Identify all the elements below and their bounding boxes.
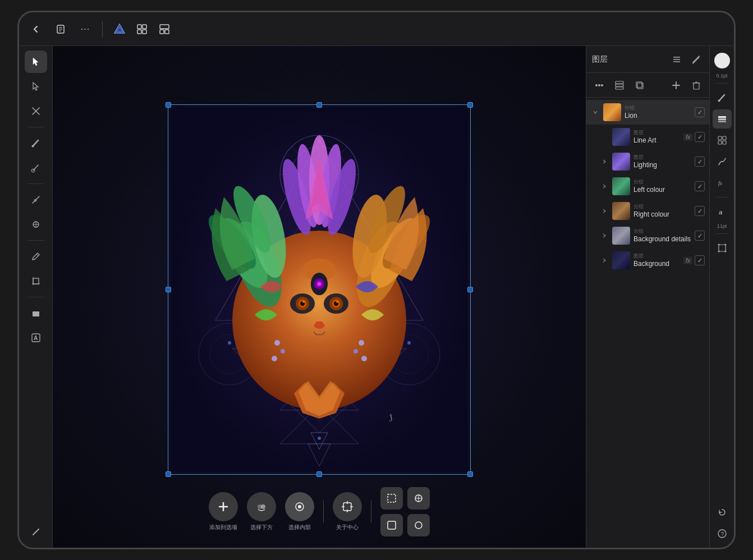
layer-item-background[interactable]: 图层 Background fx <box>586 248 709 273</box>
add-icon[interactable] <box>209 492 238 521</box>
curve-mode-btn[interactable] <box>713 152 732 171</box>
svg-point-75 <box>336 301 338 303</box>
layer-thumb-lineart <box>612 128 630 146</box>
svg-point-83 <box>274 340 280 346</box>
layer-info-right: 分组 Right colour <box>633 204 691 218</box>
shape-tool[interactable] <box>25 302 47 324</box>
layer-stack-btn[interactable] <box>611 77 628 94</box>
svg-rect-131 <box>723 141 726 144</box>
move-tool[interactable] <box>25 75 47 98</box>
layer-dots-btn[interactable] <box>591 77 608 94</box>
select-below-icon[interactable] <box>247 492 276 521</box>
svg-point-79 <box>318 282 321 286</box>
layers-mode-btn[interactable] <box>713 109 732 128</box>
layer-info-lighting: 图层 Lighting <box>633 155 691 169</box>
transform-mode-btn[interactable] <box>713 238 732 258</box>
svg-rect-12 <box>165 30 169 34</box>
layer-visible-bg[interactable] <box>695 255 705 265</box>
add-to-selection-btn[interactable]: 添加到选项 <box>209 492 238 531</box>
layer-visible-bg-details[interactable] <box>695 231 705 241</box>
more-button[interactable]: ··· <box>75 19 95 39</box>
layer-item-bg-details[interactable]: 分组 Background details <box>586 223 709 248</box>
transform-tool[interactable] <box>25 100 47 122</box>
select-rect-btn[interactable] <box>380 514 403 536</box>
top-bar: ··· <box>19 12 734 46</box>
layer-item-lineart[interactable]: 图层 Line Art fx <box>586 125 709 149</box>
center-icon[interactable] <box>333 492 362 521</box>
smudge-tool[interactable] <box>25 157 47 179</box>
fx-mode-btn[interactable]: fx <box>713 173 732 192</box>
history-btn[interactable] <box>713 503 732 522</box>
select-below-btn[interactable]: 选择下方 <box>247 492 276 531</box>
layer-info-bg: 图层 Background <box>633 254 680 268</box>
layer-item-lighting[interactable]: 图层 Lighting <box>586 149 709 174</box>
crop-tool[interactable] <box>25 270 47 292</box>
layer-thumb-left <box>612 177 630 195</box>
dropper-tool[interactable] <box>25 245 47 268</box>
target-btn[interactable] <box>407 487 430 509</box>
center-btn[interactable]: 关于中心 <box>333 492 362 531</box>
device-frame: ··· <box>17 11 736 549</box>
svg-point-45 <box>407 341 411 345</box>
expand-background[interactable] <box>600 256 609 265</box>
layer-type-lineart: 图层 <box>633 130 680 135</box>
back-button[interactable] <box>26 19 46 39</box>
svg-text:A: A <box>34 335 38 341</box>
layer-actions-lighting <box>695 157 705 167</box>
add-to-selection-label: 添加到选项 <box>209 524 237 531</box>
panel-edit-btn[interactable] <box>688 52 704 67</box>
select-circle-btn[interactable] <box>407 514 430 536</box>
document-button[interactable] <box>50 19 71 39</box>
grid-mode-btn[interactable] <box>713 131 732 150</box>
layer-item-lion[interactable]: 分组 Lion <box>586 100 709 125</box>
color-picker[interactable] <box>714 53 730 68</box>
layer-item-left-colour[interactable]: 分组 Left colour <box>586 174 709 199</box>
affinity-button[interactable] <box>109 19 130 39</box>
expand-lion[interactable] <box>591 108 600 117</box>
pen-tool[interactable] <box>25 189 47 211</box>
layer-item-right-colour[interactable]: 分组 Right colour <box>586 199 709 223</box>
layer-name-left: Left colour <box>633 186 691 194</box>
vector-pen-tool[interactable] <box>25 213 47 236</box>
layer-copy-btn[interactable] <box>631 77 648 94</box>
layer-type-right: 分组 <box>633 204 691 209</box>
help-btn[interactable]: ? <box>713 524 732 543</box>
tool-separator-3 <box>27 240 44 241</box>
side-sep-1 <box>715 83 729 84</box>
select-inside-label: 选择内部 <box>288 524 311 531</box>
svg-line-24 <box>33 529 39 535</box>
svg-point-107 <box>415 522 422 529</box>
svg-point-136 <box>724 244 726 246</box>
text-tool[interactable]: A <box>25 327 47 349</box>
side-sep-3 <box>715 233 729 234</box>
layer-visible-left[interactable] <box>695 181 705 191</box>
eyedropper-tool[interactable] <box>25 521 47 543</box>
transform-rect-btn[interactable] <box>380 487 403 509</box>
expand-lighting[interactable] <box>600 157 609 166</box>
expand-bg-details[interactable] <box>600 231 609 240</box>
grid-view-button[interactable] <box>132 19 152 39</box>
select-tool[interactable] <box>25 51 47 73</box>
text-mode-btn[interactable]: a <box>713 202 732 221</box>
layer-visible-lighting[interactable] <box>695 157 705 167</box>
layer-delete-btn[interactable] <box>688 77 705 94</box>
brush-tool[interactable] <box>25 132 47 154</box>
svg-point-44 <box>228 341 231 345</box>
layer-visible-right[interactable] <box>695 206 705 216</box>
select-inside-icon[interactable] <box>285 492 314 521</box>
panel-menu-btn[interactable] <box>669 52 685 67</box>
layer-add-btn[interactable] <box>668 77 685 94</box>
layout-button[interactable] <box>154 19 175 39</box>
expand-right-colour[interactable] <box>600 206 609 215</box>
layer-visible-lineart[interactable] <box>695 132 705 142</box>
layers-panel: 图层 <box>586 46 709 548</box>
artwork-container: J <box>171 107 468 472</box>
bottom-right-row1 <box>380 487 430 509</box>
brush-mode-btn[interactable] <box>713 88 732 107</box>
tool-separator-4 <box>27 297 44 297</box>
canvas-area[interactable]: J <box>53 46 586 548</box>
expand-left-colour[interactable] <box>600 182 609 191</box>
svg-text:a: a <box>719 208 723 216</box>
layer-visible-lion[interactable] <box>695 107 705 117</box>
select-inside-btn[interactable]: 选择内部 <box>285 492 314 531</box>
